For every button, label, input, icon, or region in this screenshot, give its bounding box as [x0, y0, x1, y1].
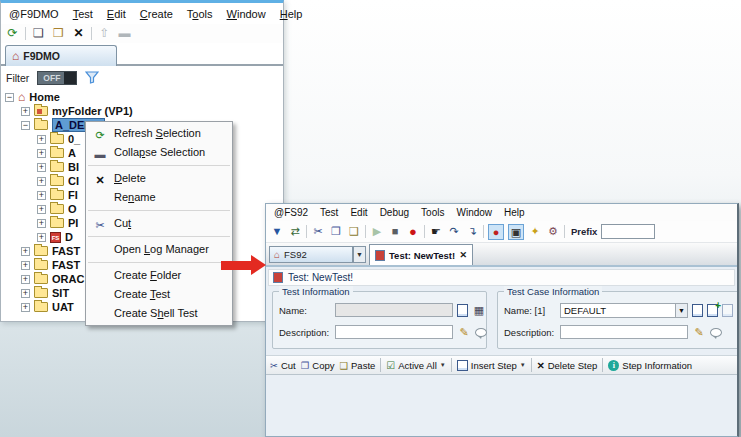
expander-icon[interactable]	[37, 149, 46, 158]
tab-test-newtest[interactable]: Test: NewTest! ✕	[369, 244, 473, 265]
filter-toggle[interactable]: OFF	[37, 71, 77, 85]
collapse-all-icon[interactable]: ▬	[117, 27, 132, 40]
breakpoint-icon[interactable]: ●	[488, 224, 504, 240]
remove-test-case-icon[interactable]	[722, 304, 733, 317]
close-icon[interactable]: ✕	[459, 250, 467, 260]
record-icon[interactable]: ●	[406, 225, 420, 238]
menu-test[interactable]: Test	[320, 207, 338, 218]
expander-icon[interactable]	[21, 275, 30, 284]
menu-edit[interactable]: Edit	[107, 8, 126, 20]
copy-step-button[interactable]: ❐ Copy	[301, 360, 335, 371]
no-capture-icon[interactable]: ▣	[508, 224, 524, 240]
groupbox-legend: Test Case Information	[504, 286, 602, 297]
add-test-case-icon[interactable]	[707, 304, 718, 317]
cut-icon[interactable]: ✂	[311, 225, 325, 238]
user-settings-icon[interactable]: ⚙	[546, 225, 560, 238]
chevron-down-icon[interactable]: ▼	[440, 362, 446, 368]
pointer-icon[interactable]: ☛	[429, 225, 443, 238]
edit-description-icon[interactable]: ✎	[692, 326, 706, 339]
notes-icon[interactable]	[692, 304, 703, 317]
expander-icon[interactable]	[37, 233, 46, 242]
menu-item-cut[interactable]: ✂ Cut	[86, 214, 232, 233]
expander-icon[interactable]	[21, 289, 30, 298]
tree-label: PI	[68, 217, 78, 229]
menu-item-create-shell-test[interactable]: Create Shell Test	[86, 304, 232, 323]
menu-app[interactable]: @FS92	[274, 207, 308, 218]
step-into-icon[interactable]: ↴	[465, 225, 479, 238]
tree-item-myfolder[interactable]: myFolder (VP1)	[1, 104, 283, 118]
menu-item-create-test[interactable]: Create Test	[86, 285, 232, 304]
menu-help[interactable]: Help	[280, 8, 303, 20]
comment-icon[interactable]	[710, 328, 722, 337]
menu-item-refresh-selection[interactable]: ⟳ Refresh Selection	[86, 124, 232, 143]
prefix-input[interactable]	[601, 224, 655, 239]
notes-icon[interactable]	[457, 304, 468, 317]
chevron-down-icon[interactable]: ▼	[675, 304, 687, 317]
menu-debug[interactable]: Debug	[380, 207, 409, 218]
open-icon[interactable]: ❒	[51, 27, 66, 40]
refresh-icon[interactable]: ⟳	[5, 27, 20, 40]
step-information-button[interactable]: i Step Information	[608, 360, 692, 371]
cut-step-button[interactable]: ✂ Cut	[270, 360, 296, 371]
expander-icon[interactable]	[21, 303, 30, 312]
expander-icon[interactable]	[21, 107, 30, 116]
menu-item-create-folder[interactable]: Create Folder	[86, 266, 232, 285]
expander-icon[interactable]	[5, 93, 14, 102]
tree-item-home[interactable]: ⌂ Home	[1, 90, 283, 104]
menu-tools[interactable]: Tools	[187, 8, 213, 20]
stop-icon[interactable]: ■	[388, 225, 402, 238]
expander-icon[interactable]	[21, 247, 30, 256]
delete-step-button[interactable]: ✕ Delete Step	[537, 360, 598, 371]
save-icon[interactable]: ▼	[270, 225, 284, 238]
expander-icon[interactable]	[37, 177, 46, 186]
expander-icon[interactable]	[37, 191, 46, 200]
new-item-icon[interactable]: ❏	[31, 27, 46, 40]
expander-icon[interactable]	[37, 135, 46, 144]
export-icon[interactable]: ⇄	[288, 225, 302, 238]
chevron-down-icon[interactable]: ▼	[520, 362, 526, 368]
menu-create[interactable]: Create	[140, 8, 173, 20]
expander-icon[interactable]	[37, 163, 46, 172]
expander-icon[interactable]	[37, 219, 46, 228]
comment-icon[interactable]	[475, 328, 487, 337]
funnel-icon[interactable]	[85, 71, 99, 84]
active-all-button[interactable]: ☑ Active All ▼	[386, 360, 445, 371]
tab-f9dmo[interactable]: ⌂ F9DMO	[5, 45, 117, 66]
run-icon[interactable]: ▶	[370, 225, 384, 238]
step-over-icon[interactable]: ↷	[447, 225, 461, 238]
left-toolbar: ⟳ ❏ ❒ ✕ ⇧ ▬	[1, 24, 283, 43]
menu-test[interactable]: Test	[73, 8, 93, 20]
expander-icon[interactable]	[37, 205, 46, 214]
nav-tab-fs92[interactable]: ⌂ FS92	[269, 246, 353, 263]
menu-item-label: Create Test	[114, 288, 170, 300]
menu-item-open-log-manager[interactable]: Open Log Manager	[86, 240, 232, 259]
delete-icon[interactable]: ✕	[71, 27, 86, 40]
insert-step-button[interactable]: Insert Step ▼	[457, 360, 526, 371]
menu-tools[interactable]: Tools	[421, 207, 444, 218]
menu-item-delete[interactable]: ✕ Delete	[86, 169, 232, 188]
expander-icon[interactable]	[21, 121, 30, 130]
test-icon	[375, 250, 385, 261]
menu-window[interactable]: Window	[456, 207, 492, 218]
paste-step-button[interactable]: ❑ Paste	[339, 360, 375, 371]
test-case-name-combo[interactable]: DEFAULT ▼	[560, 303, 688, 318]
toolbar-separator	[451, 358, 452, 372]
menu-item-collapse-selection[interactable]: ▬ Collapse Selection	[86, 143, 232, 162]
test-name-input[interactable]	[335, 303, 453, 317]
wand-icon[interactable]: ✦	[528, 225, 542, 238]
move-icon[interactable]: ⇧	[97, 27, 112, 40]
menu-item-rename[interactable]: Rename	[86, 188, 232, 207]
grid-view-icon[interactable]: ▦	[472, 304, 486, 317]
folder-icon	[50, 218, 64, 228]
expander-icon[interactable]	[21, 261, 30, 270]
paste-icon[interactable]: ❑	[347, 225, 361, 238]
menu-edit[interactable]: Edit	[350, 207, 367, 218]
nav-tab-dropdown-icon[interactable]: ▼	[353, 246, 366, 263]
menu-help[interactable]: Help	[504, 207, 525, 218]
menu-app[interactable]: @F9DMO	[9, 8, 59, 20]
menu-window[interactable]: Window	[227, 8, 266, 20]
test-description-input[interactable]	[335, 325, 453, 339]
test-case-description-input[interactable]	[560, 325, 688, 339]
edit-description-icon[interactable]: ✎	[457, 326, 471, 339]
copy-icon[interactable]: ❐	[329, 225, 343, 238]
